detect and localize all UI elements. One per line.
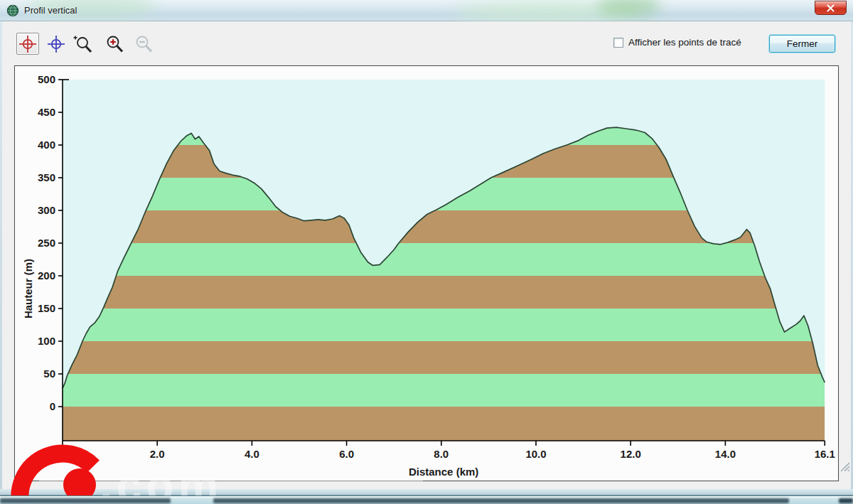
svg-text:16.1: 16.1 bbox=[815, 448, 835, 460]
zoom-in-button[interactable] bbox=[103, 33, 126, 55]
window-body: Afficher les points de tracé Fermer 0501… bbox=[2, 21, 851, 489]
track-target-red-icon bbox=[18, 35, 37, 53]
fermer-button[interactable]: Fermer bbox=[769, 35, 835, 53]
background-app-strip bbox=[0, 495, 853, 504]
track-cursor-red-button[interactable] bbox=[16, 33, 39, 55]
svg-text:Hauteur (m): Hauteur (m) bbox=[22, 259, 34, 318]
zoom-in-icon bbox=[104, 34, 124, 54]
background-app-text-blur bbox=[213, 498, 789, 503]
zoom-out-icon bbox=[134, 34, 154, 54]
svg-text:350: 350 bbox=[38, 171, 55, 183]
svg-text:8.0: 8.0 bbox=[434, 448, 449, 460]
fermer-button-label: Fermer bbox=[787, 38, 818, 49]
svg-text:100: 100 bbox=[38, 335, 55, 347]
svg-text:250: 250 bbox=[38, 237, 55, 249]
show-trace-points-checkbox[interactable] bbox=[613, 38, 623, 48]
svg-text:12.0: 12.0 bbox=[621, 448, 641, 460]
window-border-bottom bbox=[0, 489, 853, 495]
show-trace-points-label: Afficher les points de tracé bbox=[628, 37, 741, 48]
resize-grip[interactable] bbox=[839, 461, 849, 471]
globe-window-icon bbox=[6, 4, 19, 17]
close-window-button[interactable] bbox=[815, 1, 847, 15]
zoom-out-button[interactable] bbox=[132, 33, 155, 55]
svg-text:50: 50 bbox=[43, 368, 55, 380]
svg-text:200: 200 bbox=[38, 269, 55, 282]
elevation-profile-chart[interactable]: 0501001502002503003504004505000.02.04.06… bbox=[15, 66, 838, 481]
zoom-selection-button[interactable] bbox=[71, 33, 94, 55]
svg-text:0: 0 bbox=[50, 400, 55, 412]
track-cursor-blue-button[interactable] bbox=[45, 33, 68, 55]
svg-text:300: 300 bbox=[38, 204, 55, 216]
profil-vertical-window: Profil vertical bbox=[0, 0, 853, 504]
svg-text:150: 150 bbox=[38, 302, 55, 314]
elevation-profile-panel: 0501001502002503003504004505000.02.04.06… bbox=[14, 65, 839, 481]
svg-text:500: 500 bbox=[38, 73, 55, 85]
svg-text:14.0: 14.0 bbox=[715, 448, 736, 460]
background-app-text-blur bbox=[839, 498, 853, 503]
svg-text:2.0: 2.0 bbox=[150, 448, 165, 460]
svg-text:4.0: 4.0 bbox=[245, 448, 259, 460]
zoom-selection-icon bbox=[72, 34, 93, 54]
svg-text:10.0: 10.0 bbox=[525, 448, 546, 460]
svg-text:6.0: 6.0 bbox=[339, 448, 354, 460]
svg-text:400: 400 bbox=[38, 139, 55, 151]
track-target-blue-icon bbox=[47, 35, 65, 53]
close-x-icon bbox=[827, 4, 835, 12]
background-app-highlight bbox=[0, 496, 853, 498]
svg-text:450: 450 bbox=[38, 106, 55, 118]
window-title: Profil vertical bbox=[24, 5, 77, 16]
title-bar[interactable]: Profil vertical bbox=[0, 0, 853, 21]
svg-text:Distance (km): Distance (km) bbox=[409, 466, 478, 478]
background-app-text-blur bbox=[0, 498, 171, 503]
svg-text:0.0: 0.0 bbox=[55, 448, 70, 460]
